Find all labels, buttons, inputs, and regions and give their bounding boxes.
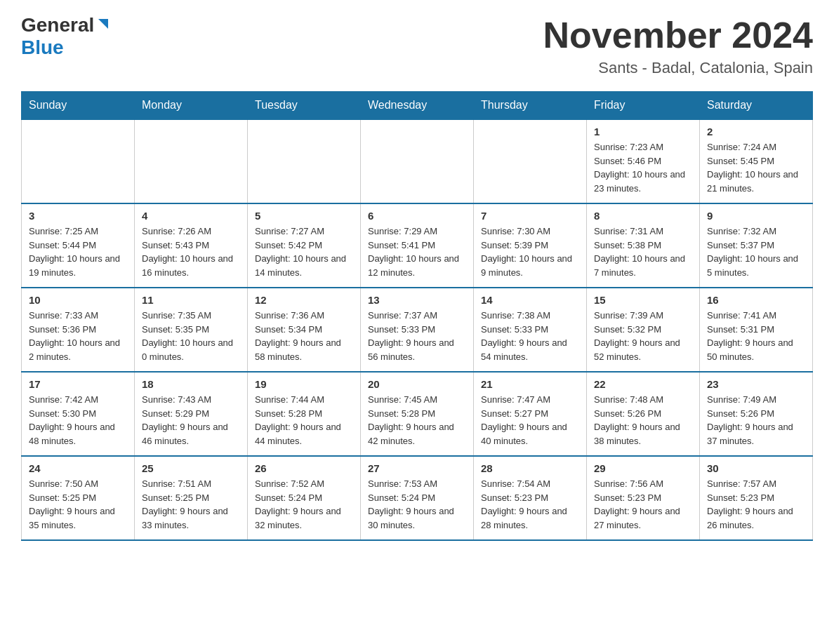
day-info: Sunrise: 7:54 AM Sunset: 5:23 PM Dayligh… [481, 477, 579, 532]
day-info: Sunrise: 7:24 AM Sunset: 5:45 PM Dayligh… [707, 140, 805, 195]
day-number: 8 [594, 210, 692, 222]
calendar-cell [474, 119, 587, 203]
day-number: 10 [29, 294, 127, 306]
calendar-cell: 19Sunrise: 7:44 AM Sunset: 5:28 PM Dayli… [248, 372, 361, 456]
day-info: Sunrise: 7:38 AM Sunset: 5:33 PM Dayligh… [481, 309, 579, 363]
day-info: Sunrise: 7:32 AM Sunset: 5:37 PM Dayligh… [707, 224, 805, 279]
calendar-week-row: 3Sunrise: 7:25 AM Sunset: 5:44 PM Daylig… [22, 203, 813, 288]
calendar-cell: 7Sunrise: 7:30 AM Sunset: 5:39 PM Daylig… [474, 203, 587, 288]
calendar-week-row: 17Sunrise: 7:42 AM Sunset: 5:30 PM Dayli… [22, 372, 813, 456]
calendar-cell: 28Sunrise: 7:54 AM Sunset: 5:23 PM Dayli… [474, 456, 587, 540]
day-number: 21 [481, 378, 579, 390]
calendar-cell [22, 119, 135, 203]
calendar-cell: 20Sunrise: 7:45 AM Sunset: 5:28 PM Dayli… [361, 372, 474, 456]
day-number: 15 [594, 294, 692, 306]
day-of-week-header: Sunday [22, 92, 135, 120]
calendar-cell: 5Sunrise: 7:27 AM Sunset: 5:42 PM Daylig… [248, 203, 361, 288]
day-info: Sunrise: 7:23 AM Sunset: 5:46 PM Dayligh… [594, 140, 692, 195]
day-of-week-header: Wednesday [361, 92, 474, 120]
day-number: 29 [594, 462, 692, 474]
day-number: 7 [481, 210, 579, 222]
day-number: 22 [594, 378, 692, 390]
day-of-week-header: Monday [135, 92, 248, 120]
calendar-cell: 29Sunrise: 7:56 AM Sunset: 5:23 PM Dayli… [587, 456, 700, 540]
calendar-cell [361, 119, 474, 203]
day-info: Sunrise: 7:51 AM Sunset: 5:25 PM Dayligh… [142, 477, 240, 532]
calendar-cell [135, 119, 248, 203]
day-info: Sunrise: 7:50 AM Sunset: 5:25 PM Dayligh… [29, 477, 127, 532]
logo-general-text: General [21, 14, 94, 36]
day-number: 11 [142, 294, 240, 306]
day-info: Sunrise: 7:26 AM Sunset: 5:43 PM Dayligh… [142, 224, 240, 279]
calendar-cell: 21Sunrise: 7:47 AM Sunset: 5:27 PM Dayli… [474, 372, 587, 456]
day-info: Sunrise: 7:53 AM Sunset: 5:24 PM Dayligh… [368, 477, 466, 532]
day-number: 28 [481, 462, 579, 474]
main-title: November 2024 [543, 14, 813, 56]
calendar-week-row: 10Sunrise: 7:33 AM Sunset: 5:36 PM Dayli… [22, 288, 813, 372]
calendar-cell: 30Sunrise: 7:57 AM Sunset: 5:23 PM Dayli… [700, 456, 813, 540]
day-number: 14 [481, 294, 579, 306]
day-info: Sunrise: 7:39 AM Sunset: 5:32 PM Dayligh… [594, 309, 692, 363]
calendar-cell: 13Sunrise: 7:37 AM Sunset: 5:33 PM Dayli… [361, 288, 474, 372]
day-info: Sunrise: 7:57 AM Sunset: 5:23 PM Dayligh… [707, 477, 805, 532]
calendar-cell: 25Sunrise: 7:51 AM Sunset: 5:25 PM Dayli… [135, 456, 248, 540]
day-of-week-header: Thursday [474, 92, 587, 120]
day-number: 9 [707, 210, 805, 222]
day-number: 18 [142, 378, 240, 390]
day-number: 16 [707, 294, 805, 306]
calendar-cell: 3Sunrise: 7:25 AM Sunset: 5:44 PM Daylig… [22, 203, 135, 288]
calendar-week-row: 24Sunrise: 7:50 AM Sunset: 5:25 PM Dayli… [22, 456, 813, 540]
day-info: Sunrise: 7:35 AM Sunset: 5:35 PM Dayligh… [142, 309, 240, 363]
calendar-cell: 8Sunrise: 7:31 AM Sunset: 5:38 PM Daylig… [587, 203, 700, 288]
calendar-cell: 18Sunrise: 7:43 AM Sunset: 5:29 PM Dayli… [135, 372, 248, 456]
day-info: Sunrise: 7:36 AM Sunset: 5:34 PM Dayligh… [255, 309, 353, 363]
calendar-cell: 2Sunrise: 7:24 AM Sunset: 5:45 PM Daylig… [700, 119, 813, 203]
day-number: 4 [142, 210, 240, 222]
day-number: 12 [255, 294, 353, 306]
calendar-cell: 26Sunrise: 7:52 AM Sunset: 5:24 PM Dayli… [248, 456, 361, 540]
day-info: Sunrise: 7:41 AM Sunset: 5:31 PM Dayligh… [707, 309, 805, 363]
day-info: Sunrise: 7:29 AM Sunset: 5:41 PM Dayligh… [368, 224, 466, 279]
calendar-table: SundayMondayTuesdayWednesdayThursdayFrid… [21, 91, 813, 541]
day-info: Sunrise: 7:47 AM Sunset: 5:27 PM Dayligh… [481, 393, 579, 448]
day-info: Sunrise: 7:42 AM Sunset: 5:30 PM Dayligh… [29, 393, 127, 448]
calendar-cell: 24Sunrise: 7:50 AM Sunset: 5:25 PM Dayli… [22, 456, 135, 540]
calendar-cell: 4Sunrise: 7:26 AM Sunset: 5:43 PM Daylig… [135, 203, 248, 288]
day-info: Sunrise: 7:31 AM Sunset: 5:38 PM Dayligh… [594, 224, 692, 279]
day-number: 17 [29, 378, 127, 390]
calendar-cell: 16Sunrise: 7:41 AM Sunset: 5:31 PM Dayli… [700, 288, 813, 372]
calendar-cell: 10Sunrise: 7:33 AM Sunset: 5:36 PM Dayli… [22, 288, 135, 372]
day-number: 5 [255, 210, 353, 222]
day-number: 19 [255, 378, 353, 390]
day-number: 25 [142, 462, 240, 474]
day-number: 26 [255, 462, 353, 474]
day-number: 1 [594, 126, 692, 137]
calendar-cell: 1Sunrise: 7:23 AM Sunset: 5:46 PM Daylig… [587, 119, 700, 203]
logo-blue-text: Blue [21, 36, 64, 59]
subtitle: Sants - Badal, Catalonia, Spain [543, 59, 813, 77]
calendar-cell: 9Sunrise: 7:32 AM Sunset: 5:37 PM Daylig… [700, 203, 813, 288]
calendar-week-row: 1Sunrise: 7:23 AM Sunset: 5:46 PM Daylig… [22, 119, 813, 203]
calendar-cell: 6Sunrise: 7:29 AM Sunset: 5:41 PM Daylig… [361, 203, 474, 288]
calendar-cell: 22Sunrise: 7:48 AM Sunset: 5:26 PM Dayli… [587, 372, 700, 456]
day-number: 24 [29, 462, 127, 474]
logo: General Blue [21, 14, 111, 59]
day-number: 20 [368, 378, 466, 390]
calendar-cell: 15Sunrise: 7:39 AM Sunset: 5:32 PM Dayli… [587, 288, 700, 372]
calendar-header-row: SundayMondayTuesdayWednesdayThursdayFrid… [22, 92, 813, 120]
day-number: 27 [368, 462, 466, 474]
calendar-cell [248, 119, 361, 203]
day-info: Sunrise: 7:25 AM Sunset: 5:44 PM Dayligh… [29, 224, 127, 279]
calendar-cell: 27Sunrise: 7:53 AM Sunset: 5:24 PM Dayli… [361, 456, 474, 540]
day-of-week-header: Tuesday [248, 92, 361, 120]
day-info: Sunrise: 7:49 AM Sunset: 5:26 PM Dayligh… [707, 393, 805, 448]
page-header: General Blue November 2024 Sants - Badal… [21, 14, 813, 77]
day-info: Sunrise: 7:27 AM Sunset: 5:42 PM Dayligh… [255, 224, 353, 279]
day-of-week-header: Saturday [700, 92, 813, 120]
day-info: Sunrise: 7:48 AM Sunset: 5:26 PM Dayligh… [594, 393, 692, 448]
calendar-cell: 14Sunrise: 7:38 AM Sunset: 5:33 PM Dayli… [474, 288, 587, 372]
title-section: November 2024 Sants - Badal, Catalonia, … [543, 14, 813, 77]
day-number: 6 [368, 210, 466, 222]
day-info: Sunrise: 7:43 AM Sunset: 5:29 PM Dayligh… [142, 393, 240, 448]
calendar-cell: 12Sunrise: 7:36 AM Sunset: 5:34 PM Dayli… [248, 288, 361, 372]
